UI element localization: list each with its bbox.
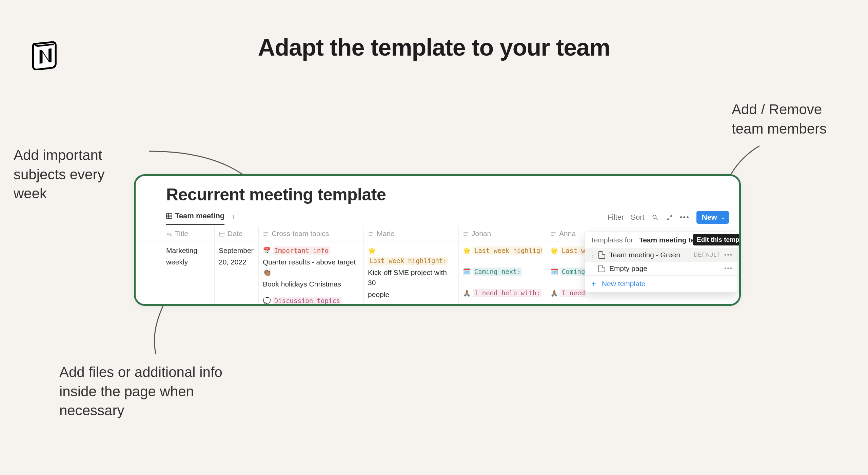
new-button[interactable]: New ⌄ bbox=[696, 211, 729, 224]
view-tabs-row: Team meeting ＋ Filter Sort ••• New bbox=[136, 211, 739, 226]
svg-rect-0 bbox=[166, 213, 172, 219]
annotation-members: Add / Remove team members bbox=[732, 100, 854, 138]
expand-icon[interactable] bbox=[666, 214, 673, 221]
badge-need-help: I need help with: bbox=[473, 289, 541, 297]
svg-line-5 bbox=[656, 218, 657, 220]
calendar-spiral-emoji: 🗓️ bbox=[550, 268, 558, 275]
calendar-spiral-emoji: 🗓️ bbox=[463, 268, 471, 275]
add-view-button[interactable]: ＋ bbox=[229, 211, 237, 225]
speech-emoji: 💭 bbox=[263, 297, 271, 304]
text-property-icon bbox=[550, 231, 556, 237]
svg-point-4 bbox=[653, 215, 656, 218]
col-header-date[interactable]: Date bbox=[215, 226, 259, 241]
text-property-icon bbox=[463, 231, 469, 237]
tab-team-meeting[interactable]: Team meeting bbox=[166, 212, 224, 225]
sort-button[interactable]: Sort bbox=[631, 213, 644, 222]
svg-line-6 bbox=[667, 217, 669, 219]
page-icon bbox=[598, 251, 605, 259]
cell-johan[interactable]: 🌟 Last week highlight: 🗓️ Coming next: 🙏… bbox=[459, 241, 546, 306]
cell-cross-team[interactable]: 📅 Important info Quarter results - above… bbox=[259, 241, 364, 306]
annotation-files: Add files or additional info inside the … bbox=[59, 363, 229, 420]
edit-template-tooltip: Edit this template bbox=[693, 234, 741, 245]
templates-popover: Templates for Team meeting templa ⋮⋮ Tea… bbox=[585, 232, 738, 292]
page-icon bbox=[598, 265, 605, 272]
item-more-icon[interactable]: ••• bbox=[724, 265, 733, 272]
chevron-down-icon: ⌄ bbox=[721, 214, 725, 220]
drag-handle-icon[interactable]: ⋮⋮ bbox=[590, 251, 594, 259]
notion-card: Recurrent meeting template Team meeting … bbox=[134, 174, 741, 306]
search-icon[interactable] bbox=[651, 214, 659, 221]
badge-coming-next: Coming bbox=[560, 268, 587, 276]
table-view-icon bbox=[166, 213, 172, 219]
default-badge: DEFAULT bbox=[694, 252, 720, 258]
template-item-label: Empty page bbox=[609, 264, 720, 273]
col-header-johan[interactable]: Johan bbox=[459, 226, 546, 241]
svg-text:Aa: Aa bbox=[166, 232, 172, 237]
pray-emoji: 🙏🏽 bbox=[550, 290, 558, 297]
col-header-cross-team[interactable]: Cross-team topics bbox=[259, 226, 364, 241]
star-emoji: 🌟 bbox=[463, 247, 471, 254]
text-property-icon bbox=[263, 231, 269, 237]
badge-important-info: Important info bbox=[273, 246, 330, 255]
annotation-subjects: Add important subjects every week bbox=[14, 146, 132, 203]
slide-headline: Adapt the template to your team bbox=[0, 34, 868, 61]
new-template-button[interactable]: + New template bbox=[585, 275, 737, 292]
col-header-title[interactable]: Aa Title bbox=[136, 226, 215, 241]
badge-discussion-topics: Discussion topics bbox=[273, 297, 341, 305]
badge-need-help: I need bbox=[560, 289, 587, 297]
template-item-label: Team meeting - Green bbox=[609, 251, 690, 259]
tab-label: Team meeting bbox=[175, 212, 224, 220]
item-more-icon[interactable]: ••• bbox=[724, 252, 733, 259]
title-property-icon: Aa bbox=[166, 231, 172, 237]
database-title: Recurrent meeting template bbox=[136, 185, 739, 211]
star-emoji: 🌟 bbox=[550, 247, 558, 254]
svg-line-7 bbox=[669, 215, 671, 217]
text-property-icon bbox=[368, 231, 374, 237]
badge-last-week-highlight: Last week highlight: bbox=[473, 246, 542, 255]
badge-coming-next: Coming next: bbox=[473, 268, 522, 276]
cell-marie[interactable]: 🌟 Last week highlight: Kick-off SME proj… bbox=[364, 241, 459, 306]
template-item-empty[interactable]: ⋮⋮ Empty page ••• bbox=[585, 262, 737, 275]
badge-last-week-highlight: Last week highlight: bbox=[368, 257, 448, 265]
col-header-marie[interactable]: Marie bbox=[364, 226, 459, 241]
plus-icon: + bbox=[590, 280, 597, 288]
filter-button[interactable]: Filter bbox=[607, 213, 624, 222]
template-item-green[interactable]: ⋮⋮ Team meeting - Green DEFAULT ••• bbox=[585, 248, 737, 262]
star-emoji: 🌟 bbox=[368, 247, 376, 254]
calendar-emoji: 📅 bbox=[263, 247, 271, 254]
svg-rect-9 bbox=[219, 232, 224, 236]
date-property-icon bbox=[219, 231, 225, 237]
cell-date[interactable]: September 20, 2022 bbox=[215, 241, 259, 306]
cell-title[interactable]: Marketing weekly bbox=[136, 241, 215, 306]
new-button-label: New bbox=[702, 213, 717, 222]
new-template-label: New template bbox=[602, 280, 645, 288]
pray-emoji: 🙏🏽 bbox=[463, 290, 471, 297]
more-options-icon[interactable]: ••• bbox=[680, 213, 690, 222]
